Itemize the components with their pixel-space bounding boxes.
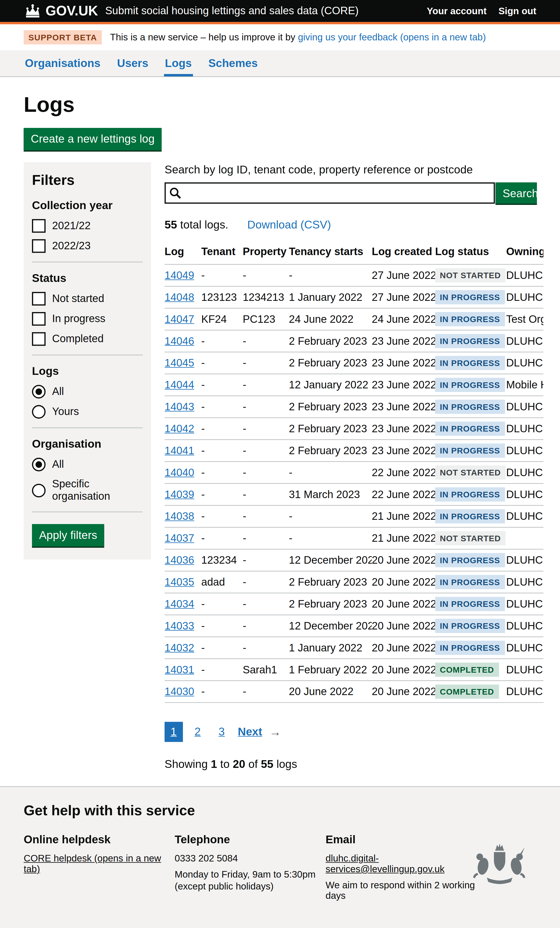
log-link[interactable]: 14043 — [165, 400, 194, 412]
divider — [32, 427, 143, 428]
checkbox-control[interactable] — [32, 292, 46, 305]
log-link[interactable]: 14038 — [165, 510, 194, 522]
cell-tenant: - — [201, 440, 243, 462]
phase-banner-text: This is a new service – help us improve … — [110, 32, 486, 43]
radio-control[interactable] — [32, 458, 46, 471]
search-input[interactable] — [165, 182, 495, 203]
service-name[interactable]: Submit social housing lettings and sales… — [105, 5, 427, 17]
log-link[interactable]: 14030 — [165, 685, 194, 698]
radio-logs-all[interactable]: All — [32, 385, 143, 398]
radio-organisation-all[interactable]: All — [32, 458, 143, 471]
checkbox-status-in-progress[interactable]: In progress — [32, 312, 143, 326]
email-link[interactable]: dluhc.digital-services@levellingup.gov.u… — [325, 853, 479, 875]
tab-organisations[interactable]: Organisations — [24, 50, 102, 76]
checkbox-control[interactable] — [32, 332, 46, 346]
column-header-owning-organisation: Owning organisation — [506, 241, 543, 264]
cell-owning-organisation: DLUHC — [506, 264, 543, 286]
showing-mid2: of — [245, 758, 261, 770]
log-link[interactable]: 14033 — [165, 620, 194, 632]
log-link[interactable]: 14044 — [165, 379, 194, 391]
checkbox-control[interactable] — [32, 219, 46, 233]
table-row: 14040---22 June 2022NOT STARTEDDLUHC — [165, 462, 543, 484]
checkbox-collection-year-2021-22[interactable]: 2021/22 — [32, 219, 143, 233]
search-button[interactable]: Search — [495, 182, 537, 203]
cell-tenancy-starts: - — [289, 505, 372, 527]
table-row: 14038---21 June 2022IN PROGRESSDLUHC — [165, 505, 543, 527]
log-link[interactable]: 14034 — [165, 598, 194, 610]
log-link[interactable]: 14048 — [165, 291, 194, 303]
tab-schemes[interactable]: Schemes — [207, 50, 259, 76]
status-badge: IN PROGRESS — [435, 641, 505, 655]
pagination-page-2[interactable]: 2 — [189, 722, 207, 742]
filter-group-label: Logs — [32, 365, 143, 378]
cell-property: - — [243, 374, 289, 396]
checkbox-control[interactable] — [32, 239, 46, 253]
cell-tenant: 123123 — [201, 286, 243, 308]
status-badge: COMPLETED — [435, 662, 499, 677]
option-label: Specific organisation — [52, 478, 143, 503]
cell-owning-organisation: DLUHC — [506, 440, 543, 462]
telephone-hours: Monday to Friday, 9am to 5:30pm — [174, 869, 325, 880]
phase-banner-prefix: This is a new service – help us improve … — [110, 32, 298, 42]
checkbox-status-not-started[interactable]: Not started — [32, 292, 143, 305]
cell-owning-organisation: DLUHC Tes — [506, 593, 543, 615]
log-link[interactable]: 14036 — [165, 554, 194, 566]
radio-logs-yours[interactable]: Yours — [32, 405, 143, 418]
cell-log-created: 23 June 2022 — [372, 440, 435, 462]
online-helpdesk-heading: Online helpdesk — [24, 833, 174, 846]
checkbox-status-completed[interactable]: Completed — [32, 332, 143, 346]
cell-tenancy-starts: 2 February 2023 — [289, 396, 372, 418]
radio-control[interactable] — [32, 405, 46, 418]
log-link[interactable]: 14035 — [165, 576, 194, 588]
table-row: 14030--20 June 202220 June 2022COMPLETED… — [165, 681, 543, 702]
tab-logs[interactable]: Logs — [164, 50, 193, 76]
log-link[interactable]: 14049 — [165, 269, 194, 281]
log-link[interactable]: 14040 — [165, 466, 194, 478]
download-csv-link[interactable]: Download (CSV) — [247, 218, 331, 231]
cell-owning-organisation: Mobile Hou — [506, 374, 543, 396]
status-badge: NOT STARTED — [435, 466, 506, 480]
cell-tenancy-starts: 2 February 2023 — [289, 571, 372, 593]
status-badge: COMPLETED — [435, 685, 499, 699]
radio-organisation-specific-organisation[interactable]: Specific organisation — [32, 478, 143, 503]
cell-log-created: 20 June 2022 — [372, 571, 435, 593]
sign-out-link[interactable]: Sign out — [498, 6, 536, 16]
results-column: Search by log ID, tenant code, property … — [165, 162, 543, 771]
log-link[interactable]: 14046 — [165, 335, 194, 347]
cell-property: - — [243, 483, 289, 505]
core-helpdesk-link[interactable]: CORE helpdesk (opens in a new tab) — [24, 853, 161, 874]
your-account-link[interactable]: Your account — [427, 6, 487, 16]
log-link[interactable]: 14041 — [165, 444, 194, 456]
log-link[interactable]: 14045 — [165, 357, 194, 369]
cell-tenant: - — [201, 659, 243, 681]
log-link[interactable]: 14032 — [165, 642, 194, 653]
cell-property: - — [243, 396, 289, 418]
checkbox-collection-year-2022-23[interactable]: 2022/23 — [32, 239, 143, 253]
log-link[interactable]: 14031 — [165, 664, 194, 675]
radio-control[interactable] — [32, 483, 46, 497]
option-label: All — [52, 458, 64, 471]
table-row: 14035adad-2 February 202320 June 2022IN … — [165, 571, 543, 593]
cell-tenant: - — [201, 462, 243, 484]
option-label: Completed — [52, 333, 104, 345]
feedback-link[interactable]: giving us your feedback (opens in a new … — [298, 32, 486, 42]
status-badge: IN PROGRESS — [435, 487, 505, 502]
log-link[interactable]: 14037 — [165, 532, 194, 544]
pagination-next[interactable]: Next — [237, 722, 264, 742]
pagination-page-1[interactable]: 1 — [165, 722, 183, 742]
showing-prefix: Showing — [165, 758, 211, 770]
log-link[interactable]: 14042 — [165, 423, 194, 434]
cell-tenancy-starts: 1 January 2022 — [289, 286, 372, 308]
checkbox-control[interactable] — [32, 312, 46, 326]
apply-filters-button[interactable]: Apply filters — [32, 524, 104, 546]
govuk-logo[interactable]: GOV.UK — [24, 3, 98, 19]
log-link[interactable]: 14039 — [165, 488, 194, 500]
filter-group-collection-year: Collection year2021/222022/23 — [32, 199, 143, 253]
cell-tenancy-starts: 31 March 2023 — [289, 483, 372, 505]
radio-control[interactable] — [32, 385, 46, 398]
filter-group-label: Status — [32, 272, 143, 285]
log-link[interactable]: 14047 — [165, 313, 194, 325]
create-lettings-log-button[interactable]: Create a new lettings log — [24, 128, 162, 150]
tab-users[interactable]: Users — [116, 50, 150, 76]
pagination-page-3[interactable]: 3 — [212, 722, 231, 742]
